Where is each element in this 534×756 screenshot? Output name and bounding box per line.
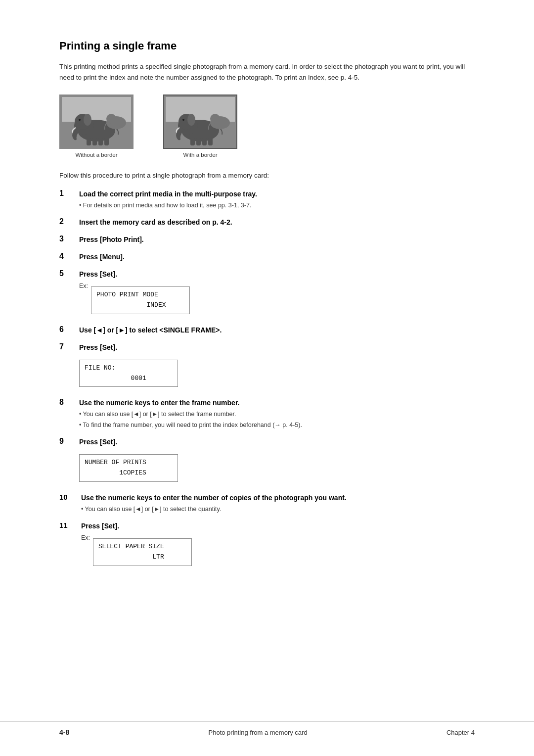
step-8: 8 Use the numeric keys to enter the fram… xyxy=(59,398,475,430)
step-5-content: Press [Set]. Ex: PHOTO PRINT MODE INDEX xyxy=(79,269,475,318)
footer-page-ref: 4-8 xyxy=(59,728,69,736)
step-9-lcd: NUMBER OF PRINTS 1COPIES xyxy=(79,454,178,482)
step-9-lcd-line2: 1COPIES xyxy=(85,468,173,478)
step-7-content: Press [Set]. FILE NO: 0001 xyxy=(79,342,475,391)
step-10-note: • You can also use [◄] or [►] to select … xyxy=(81,504,475,514)
elephant-image-with-border xyxy=(163,94,237,149)
footer-center-text: Photo printing from a memory card xyxy=(209,729,308,736)
step-5-lcd-line1: PHOTO PRINT MODE xyxy=(96,290,184,300)
step-2: 2 Insert the memory card as described on… xyxy=(59,217,475,228)
step-10-content: Use the numeric keys to enter the number… xyxy=(81,493,475,514)
images-row: Without a border xyxy=(59,94,475,158)
step-4-content: Press [Menu]. xyxy=(79,252,475,262)
step-5-lcd-line2: INDEX xyxy=(96,300,184,311)
step-1-note: • For details on print media and how to … xyxy=(79,200,475,210)
step-11-ex-label: Ex: xyxy=(81,534,90,541)
svg-rect-7 xyxy=(87,138,91,145)
step-3-number: 3 xyxy=(59,235,72,243)
step-4-main: Press [Menu]. xyxy=(79,253,125,261)
step-3-content: Press [Photo Print]. xyxy=(79,235,475,245)
follow-text: Follow this procedure to print a single … xyxy=(59,172,475,179)
svg-point-6 xyxy=(84,114,91,126)
step-8-note-0: • You can also use [◄] or [►] to select … xyxy=(79,409,475,419)
step-2-content: Insert the memory card as described on p… xyxy=(79,217,475,228)
svg-rect-8 xyxy=(92,138,97,145)
svg-point-25 xyxy=(182,119,184,121)
step-7: 7 Press [Set]. FILE NO: 0001 xyxy=(59,342,475,391)
svg-rect-21 xyxy=(190,138,195,145)
step-6-main: Use [◄] or [►] to select <SINGLE FRAME>. xyxy=(79,326,222,334)
svg-rect-23 xyxy=(202,138,207,145)
step-3-main: Press [Photo Print]. xyxy=(79,236,144,243)
step-8-main: Use the numeric keys to enter the frame … xyxy=(79,399,239,407)
step-9-number: 9 xyxy=(59,437,72,446)
step-5-ex-label: Ex: xyxy=(79,283,88,289)
section-title: Printing a single frame xyxy=(59,40,475,52)
step-11-lcd-line1: SELECT PAPER SIZE xyxy=(98,542,186,552)
image-caption-with-border: With a border xyxy=(183,152,217,158)
svg-rect-22 xyxy=(196,138,201,145)
step-7-lcd-line2: 0001 xyxy=(85,374,173,384)
step-7-lcd-line1: FILE NO: xyxy=(85,363,173,374)
step-5: 5 Press [Set]. Ex: PHOTO PRINT MODE INDE… xyxy=(59,269,475,318)
step-11-main: Press [Set]. xyxy=(81,522,119,530)
footer-chapter: Chapter 4 xyxy=(446,729,475,736)
step-11-number: 11 xyxy=(59,521,74,529)
svg-point-11 xyxy=(79,119,81,121)
step-6-number: 6 xyxy=(59,325,72,334)
svg-point-20 xyxy=(187,114,195,126)
step-11: 11 Press [Set]. Ex: SELECT PAPER SIZE LT… xyxy=(59,521,475,570)
svg-rect-24 xyxy=(208,138,213,145)
step-9-ex-row: NUMBER OF PRINTS 1COPIES xyxy=(79,450,475,484)
step-7-lcd: FILE NO: 0001 xyxy=(79,360,178,387)
step-1-number: 1 xyxy=(59,189,72,198)
footer: 4-8 Photo printing from a memory card Ch… xyxy=(59,728,475,736)
step-1-main: Load the correct print media in the mult… xyxy=(79,190,257,198)
step-6: 6 Use [◄] or [►] to select <SINGLE FRAME… xyxy=(59,325,475,335)
elephant-svg-2 xyxy=(166,97,235,146)
intro-text: This printing method prints a specified … xyxy=(59,61,475,83)
page: Printing a single frame This printing me… xyxy=(0,0,534,756)
step-7-ex-row: FILE NO: 0001 xyxy=(79,356,475,389)
step-2-main: Insert the memory card as described on p… xyxy=(79,218,232,226)
step-10-number: 10 xyxy=(59,493,74,501)
steps-list: 1 Load the correct print media in the mu… xyxy=(59,189,475,569)
step-4-number: 4 xyxy=(59,252,72,261)
step-7-number: 7 xyxy=(59,342,72,351)
step-9: 9 Press [Set]. NUMBER OF PRINTS 1COPIES xyxy=(59,437,475,486)
step-5-ex-row: Ex: PHOTO PRINT MODE INDEX xyxy=(79,283,475,316)
step-10: 10 Use the numeric keys to enter the num… xyxy=(59,493,475,514)
step-5-main: Press [Set]. xyxy=(79,270,117,278)
step-8-number: 8 xyxy=(59,398,72,407)
step-7-main: Press [Set]. xyxy=(79,343,117,351)
step-1: 1 Load the correct print media in the mu… xyxy=(59,189,475,210)
footer-divider xyxy=(0,721,534,721)
step-11-lcd-line2: LTR xyxy=(98,552,186,563)
step-9-content: Press [Set]. NUMBER OF PRINTS 1COPIES xyxy=(79,437,475,486)
step-3: 3 Press [Photo Print]. xyxy=(59,235,475,245)
step-2-number: 2 xyxy=(59,217,72,226)
step-9-main: Press [Set]. xyxy=(79,438,117,446)
step-9-lcd-line1: NUMBER OF PRINTS xyxy=(85,458,173,468)
step-8-note-1: • To find the frame number, you will nee… xyxy=(79,420,475,430)
step-4: 4 Press [Menu]. xyxy=(59,252,475,262)
step-5-number: 5 xyxy=(59,269,72,278)
svg-rect-10 xyxy=(104,138,109,145)
step-1-content: Load the correct print media in the mult… xyxy=(79,189,475,210)
step-11-ex-row: Ex: SELECT PAPER SIZE LTR xyxy=(81,534,475,568)
svg-rect-9 xyxy=(98,138,103,145)
step-8-content: Use the numeric keys to enter the frame … xyxy=(79,398,475,430)
step-10-main: Use the numeric keys to enter the number… xyxy=(81,494,347,502)
image-without-border: Without a border xyxy=(59,94,134,158)
step-11-content: Press [Set]. Ex: SELECT PAPER SIZE LTR xyxy=(81,521,475,570)
elephant-image-no-border xyxy=(59,94,134,149)
step-5-lcd: PHOTO PRINT MODE INDEX xyxy=(91,286,190,314)
image-with-border: With a border xyxy=(163,94,237,158)
elephant-svg-1 xyxy=(62,97,131,146)
step-6-content: Use [◄] or [►] to select <SINGLE FRAME>. xyxy=(79,325,475,335)
image-caption-no-border: Without a border xyxy=(75,152,117,158)
step-11-lcd: SELECT PAPER SIZE LTR xyxy=(93,538,192,566)
